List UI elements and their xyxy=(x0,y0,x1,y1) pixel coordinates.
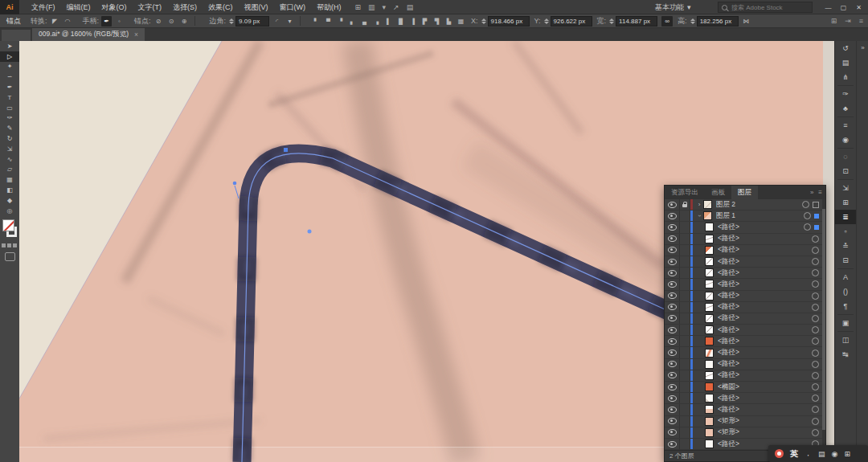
close-tab-icon[interactable]: × xyxy=(134,31,138,39)
lock-toggle[interactable] xyxy=(680,256,690,267)
close-button[interactable]: ✕ xyxy=(851,0,866,14)
brushes-icon[interactable]: ✑ xyxy=(835,87,856,101)
opentype-icon[interactable]: () xyxy=(835,284,856,299)
visibility-toggle[interactable] xyxy=(665,313,680,324)
visibility-toggle[interactable] xyxy=(665,439,680,449)
visibility-toggle[interactable] xyxy=(665,404,680,415)
document-tab[interactable]: 009.ai* @ 1600% (RGB/预览) × xyxy=(32,28,145,41)
visibility-toggle[interactable] xyxy=(665,211,680,221)
libraries-icon[interactable]: ↺ xyxy=(835,41,856,55)
convert-to-smooth-icon[interactable]: ◠ xyxy=(63,16,73,27)
layer-row[interactable]: <路径> xyxy=(665,291,825,302)
lock-toggle[interactable] xyxy=(680,370,690,381)
direct-selection-tool[interactable]: ▷ xyxy=(0,51,19,62)
connect-anchors-icon[interactable]: ⊙ xyxy=(166,16,177,27)
gradient-icon[interactable]: ◉ xyxy=(835,133,856,147)
convert-to-corner-icon[interactable]: ◤ xyxy=(50,16,60,27)
layer-row[interactable]: <路径> xyxy=(665,393,825,404)
layer-row[interactable]: <路径> xyxy=(665,234,825,245)
visibility-toggle[interactable] xyxy=(665,268,680,278)
layer-row[interactable]: <路径> xyxy=(665,222,825,233)
target-circle-icon[interactable] xyxy=(812,315,819,322)
visibility-toggle[interactable] xyxy=(665,359,680,370)
target-circle-icon[interactable] xyxy=(812,383,819,390)
align-option-icon-0[interactable]: ▘ xyxy=(312,15,321,27)
target-circle-icon[interactable] xyxy=(812,304,819,311)
swatches-icon[interactable]: ▣ xyxy=(835,316,856,330)
touch-workspace-icon[interactable]: ⊞ xyxy=(831,17,837,25)
rectangle-tool[interactable]: ▭ xyxy=(0,103,19,113)
appearance-icon[interactable]: ⊡ xyxy=(835,164,856,178)
show-handles-icon[interactable]: ✒ xyxy=(101,16,112,27)
mesh-tool[interactable]: ▦ xyxy=(0,174,19,185)
lock-toggle[interactable] xyxy=(680,234,690,244)
expand-caret-icon[interactable]: › xyxy=(696,212,703,220)
layer-row[interactable]: <路径> xyxy=(665,279,825,290)
rotate-tool[interactable]: ↻ xyxy=(0,133,19,144)
restore-button[interactable]: ▢ xyxy=(836,0,851,14)
tab-画板[interactable]: 画板 xyxy=(705,186,731,199)
target-circle-icon[interactable] xyxy=(804,212,811,219)
ime-language-toggle[interactable]: 英 xyxy=(790,448,798,460)
target-circle-icon[interactable] xyxy=(812,406,819,413)
paragraph-icon[interactable]: ¶ xyxy=(835,299,856,313)
lock-toggle[interactable] xyxy=(680,279,690,289)
handle-point[interactable] xyxy=(233,182,237,186)
tab-图层[interactable]: 图层 xyxy=(731,186,758,199)
ime-board-icon[interactable]: ⊞ xyxy=(844,450,850,458)
align-option-icon-6[interactable]: ▌ xyxy=(384,15,393,27)
transparency-icon[interactable]: ◌ xyxy=(835,149,856,164)
menu-文件(F)[interactable]: 文件(F) xyxy=(26,0,61,14)
layer-row[interactable]: <路径> xyxy=(665,256,825,268)
dock-control-icon[interactable]: ⇥ xyxy=(845,17,851,25)
menu-帮助(H)[interactable]: 帮助(H) xyxy=(311,0,347,14)
target-circle-icon[interactable] xyxy=(812,280,819,288)
visibility-toggle[interactable] xyxy=(665,427,680,438)
lasso-tool[interactable]: ∽ xyxy=(0,72,19,82)
free-transform-tool[interactable]: ▱ xyxy=(0,165,19,175)
shear-icon[interactable]: ⋈ xyxy=(741,16,751,27)
type-tool[interactable]: T xyxy=(0,92,19,103)
expand-panels-icon[interactable]: » xyxy=(858,43,867,53)
align-icon[interactable]: ≛ xyxy=(835,239,856,253)
transform-icon[interactable]: ▫ xyxy=(835,224,856,239)
anchor-point[interactable] xyxy=(284,148,288,152)
width-field-stepper[interactable] xyxy=(609,18,614,24)
target-circle-icon[interactable] xyxy=(802,201,809,208)
lock-toggle[interactable] xyxy=(680,291,690,301)
image-trace-icon[interactable]: ◫ xyxy=(835,333,856,347)
lock-toggle[interactable] xyxy=(680,302,690,313)
isolate-selection-icon[interactable]: ⊕ xyxy=(179,16,190,27)
blend-tool[interactable]: ◎ xyxy=(0,206,19,216)
align-option-icon-2[interactable]: ▝ xyxy=(336,15,345,27)
lock-toggle[interactable] xyxy=(680,245,690,256)
target-circle-icon[interactable] xyxy=(812,429,819,436)
target-circle-icon[interactable] xyxy=(812,258,819,265)
arrange-documents-icon[interactable]: ▥ xyxy=(368,0,375,14)
align-option-icon-9[interactable]: ▛ xyxy=(420,15,429,27)
layer-row[interactable]: <路径> xyxy=(665,359,825,370)
layer-row[interactable]: <路径> xyxy=(665,325,825,336)
menu-窗口(W)[interactable]: 窗口(W) xyxy=(274,0,312,14)
menu-文字(T)[interactable]: 文字(T) xyxy=(133,0,168,14)
visibility-toggle[interactable] xyxy=(665,222,680,232)
lock-toggle[interactable] xyxy=(680,336,690,346)
align-option-icon-4[interactable]: ▄ xyxy=(360,15,369,27)
target-circle-icon[interactable] xyxy=(812,418,819,425)
stock-search-input[interactable]: 搜索 Adobe Stock xyxy=(718,2,813,13)
artboards-icon[interactable]: ⊞ xyxy=(835,195,856,210)
layer-row[interactable]: <路径> xyxy=(665,268,825,279)
layer-row[interactable]: <路径> xyxy=(665,336,825,347)
center-point[interactable] xyxy=(308,230,312,234)
visibility-toggle[interactable] xyxy=(665,382,680,392)
align-option-icon-10[interactable]: ▜ xyxy=(432,15,441,27)
lock-toggle[interactable] xyxy=(680,359,690,370)
x-position-field-value[interactable]: 918.466 px xyxy=(488,16,530,27)
visibility-toggle[interactable] xyxy=(665,279,680,289)
layer-row[interactable]: <矩形> xyxy=(665,416,825,427)
visibility-toggle[interactable] xyxy=(665,256,680,267)
layer-row[interactable]: <矩形> xyxy=(665,427,825,439)
corner-style-icon[interactable]: ◜ xyxy=(272,16,282,27)
layer-row[interactable]: <路径> xyxy=(665,370,825,382)
pencil-tool[interactable]: ✎ xyxy=(0,123,19,133)
